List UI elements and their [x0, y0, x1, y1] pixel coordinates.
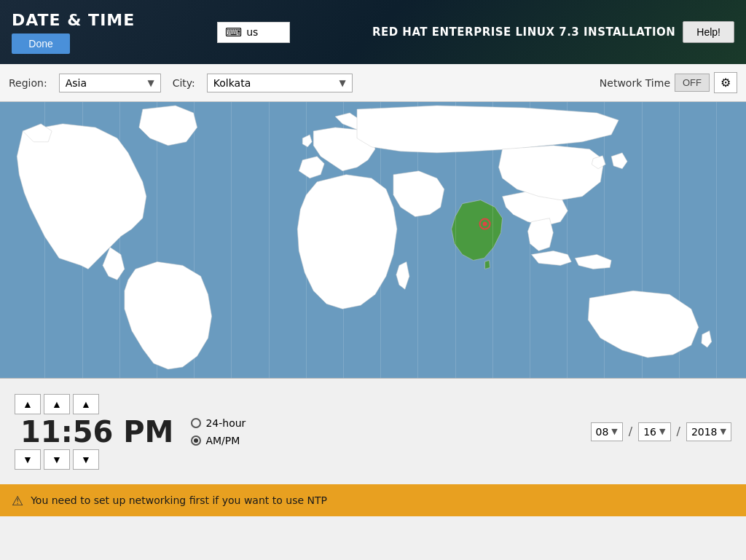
ampm-radio[interactable] [191, 435, 201, 446]
24hour-label: 24-hour [205, 417, 246, 429]
day-dropdown[interactable]: 16 ▼ [638, 422, 670, 441]
day-value: 16 [643, 426, 656, 438]
24hour-radio[interactable] [191, 418, 201, 428]
region-select[interactable]: Asia ▼ [59, 74, 161, 92]
time-spinners: ▲ ▲ ▲ 11:56 PM ▼ ▼ ▼ [15, 394, 179, 470]
month-value: 08 [596, 426, 609, 438]
month-dropdown-icon: ▼ [611, 427, 617, 436]
minutes-down-button[interactable]: ▼ [44, 449, 70, 470]
network-time-group: Network Time OFF ⚙ [600, 72, 737, 93]
header-left: DATE & TIME Done [12, 11, 135, 54]
warning-bar: ⚠ You need to set up networking first if… [0, 484, 746, 516]
ampm-format-label: AM/PM [205, 435, 240, 446]
ntp-settings-button[interactable]: ⚙ [714, 72, 737, 93]
time-ampm: PM [123, 417, 173, 446]
header-center: ⌨ us [217, 22, 290, 43]
svg-point-2 [483, 222, 487, 226]
warning-text: You need to set up networking first if y… [31, 494, 327, 506]
hours-up-button[interactable]: ▲ [15, 394, 41, 414]
map-svg [0, 102, 746, 378]
minutes-up-button[interactable]: ▲ [44, 394, 70, 414]
ampm-option[interactable]: AM/PM [191, 435, 246, 446]
date-separator-2: / [677, 425, 680, 438]
city-value: Kolkata [213, 77, 251, 89]
network-time-label: Network Time [600, 77, 670, 89]
date-controls: 08 ▼ / 16 ▼ / 2018 ▼ [591, 422, 731, 441]
24hour-option[interactable]: 24-hour [191, 417, 246, 429]
toolbar: Region: Asia ▼ City: Kolkata ▼ Network T… [0, 64, 746, 102]
keyboard-lang-selector[interactable]: ⌨ us [217, 22, 290, 43]
time-controls: ▲ ▲ ▲ 11:56 PM ▼ ▼ ▼ 24-hour AM/PM 08 ▼ … [0, 379, 746, 484]
month-dropdown[interactable]: 08 ▼ [591, 422, 623, 441]
install-title: RED HAT ENTERPRISE LINUX 7.3 INSTALLATIO… [372, 25, 675, 39]
city-label: City: [173, 77, 195, 89]
region-label: Region: [9, 77, 47, 89]
date-separator-1: / [629, 425, 632, 438]
year-value: 2018 [691, 426, 718, 438]
ampm-up-button[interactable]: ▲ [73, 394, 99, 414]
city-dropdown-icon: ▼ [339, 78, 346, 88]
gear-icon: ⚙ [721, 76, 731, 89]
world-map[interactable] [0, 102, 746, 379]
year-dropdown-icon: ▼ [721, 427, 726, 436]
help-button[interactable]: Help! [683, 21, 734, 43]
toggle-off-button[interactable]: OFF [675, 74, 709, 91]
time-colon: : [61, 417, 73, 446]
keyboard-lang-value: us [246, 26, 258, 38]
spinner-down-row: ▼ ▼ ▼ [15, 449, 179, 470]
spinner-up-row: ▲ ▲ ▲ [15, 394, 179, 414]
day-dropdown-icon: ▼ [659, 427, 665, 436]
ampm-down-button[interactable]: ▼ [73, 449, 99, 470]
done-button[interactable]: Done [12, 33, 70, 54]
hours-down-button[interactable]: ▼ [15, 449, 41, 470]
region-value: Asia [66, 77, 87, 89]
city-select[interactable]: Kolkata ▼ [207, 74, 353, 92]
time-format-group: 24-hour AM/PM [191, 417, 246, 446]
network-time-toggle[interactable]: OFF [675, 74, 710, 92]
time-hours: 11 [20, 417, 61, 446]
header: DATE & TIME Done ⌨ us RED HAT ENTERPRISE… [0, 0, 746, 64]
region-dropdown-icon: ▼ [147, 78, 154, 88]
time-minutes: 56 [73, 417, 114, 446]
header-right: RED HAT ENTERPRISE LINUX 7.3 INSTALLATIO… [372, 21, 734, 43]
year-dropdown[interactable]: 2018 ▼ [686, 422, 731, 441]
warning-icon: ⚠ [12, 493, 23, 508]
keyboard-icon: ⌨ [225, 25, 242, 39]
time-display: 11:56 PM [20, 417, 173, 446]
page-title: DATE & TIME [12, 11, 135, 29]
